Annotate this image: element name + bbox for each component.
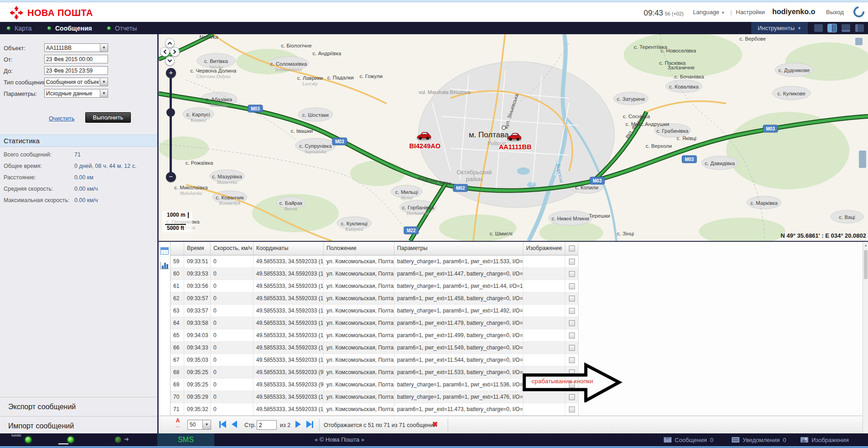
layout-left-split-icon[interactable]	[855, 24, 864, 32]
cell-loc: ул. Комсомольская, Полтава	[324, 255, 394, 267]
table-row[interactable]: 6309:33:57049.5855333, 34.5592033 (10)ул…	[170, 305, 578, 317]
tab-reports[interactable]: Отчеты	[107, 22, 137, 34]
username[interactable]: hodiyenko.o	[772, 8, 815, 16]
stat-value: 0.00 км/ч	[74, 197, 98, 203]
map-layers-icon[interactable]	[859, 151, 866, 168]
chevron-down-icon[interactable]: ▼	[100, 89, 108, 97]
row-checkbox[interactable]	[569, 345, 575, 351]
chevron-down-icon[interactable]: ▼	[100, 44, 108, 52]
cell-n: 71	[170, 403, 184, 415]
pan-up-button[interactable]	[165, 38, 175, 48]
logout-link[interactable]: Выход	[826, 9, 844, 16]
sms-button[interactable]: SMS	[157, 433, 214, 446]
table-row[interactable]: 6109:33:56049.5855333, 34.5592033 (10)ул…	[170, 280, 578, 292]
close-icon[interactable]: ✖	[432, 420, 438, 428]
copyright[interactable]: » © Нова Пошта »	[315, 433, 364, 446]
row-checkbox[interactable]	[569, 357, 575, 363]
table-row[interactable]: 6009:33:53049.5855333, 34.5592033 (10)ул…	[170, 268, 578, 280]
messages-status[interactable]: Сообщения0	[664, 433, 713, 446]
col-image[interactable]: Изображение	[523, 242, 565, 255]
cell-img	[523, 329, 565, 341]
import-messages-item[interactable]: Импорт сообщений	[0, 416, 157, 435]
col-coordinates[interactable]: Координаты	[253, 242, 324, 255]
table-row[interactable]: 6609:34:33049.5855333, 34.5592033 (10)ул…	[170, 342, 578, 354]
pan-down-button[interactable]	[165, 56, 175, 66]
field-select[interactable]: Сообщения от объекта▼	[44, 78, 108, 86]
map-label: Vytivka	[209, 64, 223, 69]
map-fullscreen-icon[interactable]	[855, 38, 863, 45]
table-row[interactable]: 6809:35:25049.5855333, 34.5592033 (9)ул.…	[170, 366, 578, 379]
row-checkbox[interactable]	[569, 271, 575, 277]
table-scrollbar[interactable]: ▲	[863, 242, 868, 433]
page-size-select[interactable]: 50▼	[187, 420, 211, 430]
chevron-down-icon[interactable]: ▼	[100, 78, 108, 86]
table-row[interactable]: 7009:35:29049.5855333, 34.5592033 (10)ул…	[170, 391, 578, 403]
zoom-in-button[interactable]: +	[166, 68, 176, 78]
next-page-button[interactable]	[295, 421, 301, 428]
select-all-checkbox[interactable]	[569, 245, 575, 251]
zoom-out-button[interactable]: −	[166, 172, 176, 182]
row-checkbox[interactable]	[569, 320, 575, 326]
field-select[interactable]: Исходные данные▼	[44, 89, 108, 98]
cell-time: 09:33:56	[184, 280, 211, 292]
row-checkbox[interactable]	[569, 406, 575, 412]
table-row[interactable]: 7109:35:32049.5855333, 34.5592033 (10)ул…	[170, 403, 578, 416]
row-checkbox[interactable]	[569, 333, 575, 339]
zoom-slider-track[interactable]	[170, 78, 172, 177]
table-row[interactable]: 6509:34:03049.5855333, 34.5592033 (10)ул…	[170, 329, 578, 342]
table-row[interactable]: 6709:35:03049.5855333, 34.5592033 (10)ул…	[170, 354, 578, 366]
layout-single-icon[interactable]	[814, 24, 823, 32]
chart-view-icon[interactable]	[160, 262, 169, 269]
first-page-button[interactable]	[219, 421, 226, 428]
table-view-icon[interactable]	[160, 247, 169, 255]
row-checkbox[interactable]	[569, 370, 575, 375]
stat-value: 71	[74, 151, 81, 158]
map[interactable]: vul. Marshala BiriuzovaКиївське шосевул.…	[159, 34, 868, 241]
row-checkbox[interactable]	[569, 394, 575, 400]
field-input[interactable]: 23 Фев 2015 23:59	[44, 66, 108, 75]
field-select[interactable]: AA1111BB▼	[44, 43, 108, 52]
scrollbar-thumb[interactable]	[864, 250, 868, 279]
row-checkbox[interactable]	[569, 382, 575, 388]
row-checkbox[interactable]	[569, 296, 575, 302]
col-time[interactable]: Время	[184, 242, 211, 255]
export-messages-item[interactable]: Экспорт сообщений	[0, 397, 157, 416]
table-row[interactable]: 6209:33:57049.5855333, 34.5592033 (10)ул…	[170, 292, 578, 305]
table-row[interactable]: 6909:35:25049.5855333, 34.5592033 (9)ул.…	[170, 379, 578, 391]
col-location[interactable]: Положение	[324, 242, 394, 255]
last-page-button[interactable]	[306, 421, 313, 428]
row-checkbox[interactable]	[569, 283, 575, 289]
map-label: с. Карпусі	[186, 112, 210, 117]
tab-messages[interactable]: Сообщения	[47, 22, 92, 34]
stat-value: 0 дней, 08 ч. 44 м. 12 с.	[74, 163, 136, 169]
zoom-slider-handle[interactable]	[166, 108, 175, 117]
table-row[interactable]: 5909:33:51049.5855333, 34.5592033 (10)ул…	[170, 255, 578, 268]
tools-menu[interactable]: Инструменты▼	[751, 22, 808, 34]
map-label: Nosivka	[200, 34, 219, 40]
layout-bottom-split-icon[interactable]	[842, 24, 850, 32]
tab-map[interactable]: Карта	[6, 22, 31, 34]
cell-time: 09:34:03	[184, 329, 211, 341]
pan-right-button[interactable]	[170, 47, 180, 57]
col-speed[interactable]: Скорость, км/ч	[211, 242, 253, 255]
settings-link[interactable]: Настройки	[736, 9, 765, 16]
scrollbar-up-icon[interactable]: ▲	[863, 243, 868, 248]
layout-two-pane-icon[interactable]	[828, 24, 837, 32]
cell-img	[523, 379, 565, 391]
field-input[interactable]: 23 Фев 2015 00:00	[44, 55, 108, 63]
table-row[interactable]: 6409:33:58049.5855333, 34.5592033 (10)ул…	[170, 317, 578, 329]
images-status[interactable]: Изображения	[801, 433, 849, 446]
auto-width-icon[interactable]: A↔	[174, 418, 181, 428]
col-parameters[interactable]: Параметры	[394, 242, 523, 255]
execute-button[interactable]: Выполнить	[85, 112, 131, 123]
row-checkbox[interactable]	[569, 259, 575, 265]
prev-page-button[interactable]	[232, 421, 237, 428]
row-checkbox[interactable]	[569, 308, 575, 314]
clear-link[interactable]: Очистить	[49, 115, 75, 122]
page-input[interactable]	[257, 420, 277, 430]
pan-left-button[interactable]	[160, 47, 170, 57]
notifications-status[interactable]: Уведомления0	[732, 433, 786, 446]
page-label: Стр.	[244, 422, 256, 428]
language-menu[interactable]: Language ▼	[693, 9, 725, 16]
cell-speed: 0	[211, 280, 253, 292]
